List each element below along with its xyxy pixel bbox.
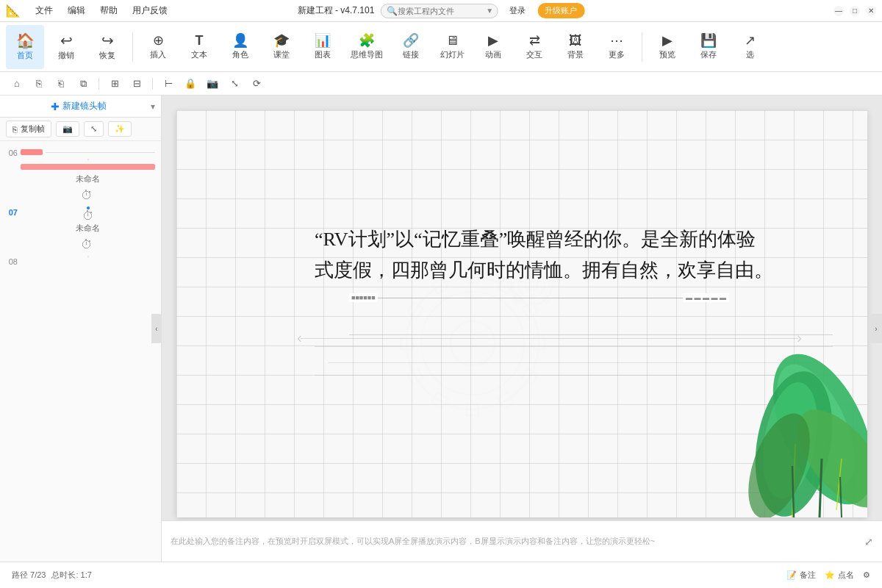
sub-btn-zoomout[interactable]: ⊟: [129, 76, 145, 92]
note-button[interactable]: 📝 备注: [786, 570, 816, 581]
sub-btn-home[interactable]: ⌂: [9, 76, 25, 92]
slides-icon: 🖥: [445, 34, 459, 47]
upgrade-button[interactable]: 升级账户: [537, 3, 584, 18]
tool-save[interactable]: 💾 保存: [689, 25, 728, 69]
tool-mindmap[interactable]: 🧩 思维导图: [345, 25, 389, 69]
minimize-button[interactable]: —: [833, 6, 844, 16]
tool-more[interactable]: ⋯ 更多: [598, 25, 636, 69]
tool-interact[interactable]: ⇄ 交互: [515, 25, 553, 69]
settings-button[interactable]: ⚙: [863, 570, 870, 580]
insert-icon: ⊕: [153, 34, 164, 47]
panel-header: ✚ 新建镜头帧 ▾: [0, 96, 161, 118]
plant-decoration: [706, 282, 867, 517]
slide-06-time-indicator: [21, 149, 43, 155]
svg-point-32: [526, 279, 537, 290]
search-box[interactable]: 🔍 ▼: [380, 4, 498, 18]
login-button[interactable]: 登录: [503, 4, 531, 18]
sub-btn-screenshot[interactable]: 📷: [204, 76, 220, 92]
more-icon: ⋯: [610, 34, 623, 47]
right-panel-collapse-button[interactable]: ›: [870, 314, 882, 343]
copy-frame-button[interactable]: ⎘ 复制帧: [6, 121, 51, 137]
magic-button[interactable]: ✨: [108, 121, 132, 137]
notes-placeholder[interactable]: 在此处输入您的备注内容，在预览时开启双屏模式，可以实现A屏全屏播放演示内容，B屏…: [171, 536, 858, 547]
new-frame-button[interactable]: ✚ 新建镜头帧: [6, 100, 151, 112]
magic-icon: ✨: [115, 124, 125, 134]
tool-class[interactable]: 🎓 课堂: [262, 25, 301, 69]
tool-undo[interactable]: ↩ 撤销: [47, 25, 85, 69]
note-icon: 📝: [786, 570, 797, 580]
path-label: 路径 7/23: [12, 570, 46, 581]
menu-edit[interactable]: 编辑: [65, 3, 88, 18]
save-label: 保存: [700, 49, 717, 60]
settings-icon: ⚙: [863, 570, 870, 580]
sub-btn-paste[interactable]: ⎗: [53, 76, 69, 92]
slide-num-08: 08: [6, 257, 18, 266]
tool-background[interactable]: 🖼 背景: [556, 25, 595, 69]
search-dropdown-icon[interactable]: ▼: [486, 7, 493, 15]
animation-icon: ▶: [488, 34, 498, 47]
interact-label: 交互: [526, 49, 542, 60]
menu-bar: 文件 编辑 帮助 用户反馈: [32, 3, 171, 18]
slide-07-spacer: ⏱: [0, 237, 161, 253]
plus-icon: ✚: [51, 101, 60, 112]
slide-item-06[interactable]: 06 每年之前，忘记过力量！ 这里是一些示例文字内容，展示幻灯片预览效果: [0, 144, 161, 187]
sub-sep-1: [98, 78, 99, 90]
canvas-wrapper[interactable]: “RV计划”以“记忆重叠”唤醒曾经的你。是全新的体验 式度假，四那曾几何时的情恤…: [176, 110, 867, 517]
capture-button[interactable]: 📷: [56, 121, 79, 137]
panel-collapse-icon[interactable]: ▾: [151, 101, 155, 112]
tool-home[interactable]: 🏠 首页: [6, 25, 44, 69]
sub-btn-lock[interactable]: 🔒: [182, 76, 198, 92]
slide-06-bottom-bar: [21, 164, 155, 170]
tool-character[interactable]: 👤 角色: [221, 25, 259, 69]
search-input[interactable]: [398, 7, 486, 15]
tool-animation[interactable]: ▶ 动画: [474, 25, 512, 69]
sub-btn-rotate[interactable]: ⟳: [248, 76, 265, 92]
character-label: 角色: [232, 49, 248, 60]
home-icon: 🏠: [16, 33, 35, 48]
class-label: 课堂: [273, 49, 290, 60]
note-label: 备注: [800, 570, 816, 581]
mindmap-icon: 🧩: [359, 34, 375, 47]
gear-decoration: [370, 240, 576, 448]
slide-thumb-07[interactable]: "RV计划"以"记忆重叠" 唤醒曾经的你。是全新的体 验式度假，回那曾几何时的 …: [87, 207, 90, 209]
save-icon: 💾: [700, 34, 717, 47]
slide-thumb-06[interactable]: 每年之前，忘记过力量！ 这里是一些示例文字内容，展示幻灯片预览效果: [87, 159, 89, 160]
animation-label: 动画: [485, 49, 501, 60]
tool-redo[interactable]: ↪ 恢复: [88, 25, 126, 69]
menu-feedback[interactable]: 用户反馈: [129, 3, 171, 18]
slide-thumb-08[interactable]: Part __________ __________ __________: [87, 256, 89, 257]
left-panel-collapse-button[interactable]: ‹: [151, 314, 162, 343]
slide-num-06: 06: [6, 148, 18, 157]
star-button[interactable]: ⭐ 点名: [825, 570, 854, 581]
slide-canvas[interactable]: “RV计划”以“记忆重叠”唤醒曾经的你。是全新的体验 式度假，四那曾几何时的情恤…: [176, 110, 867, 517]
fit-button[interactable]: ⤡: [84, 121, 104, 137]
window-controls: — □ ✕: [833, 6, 876, 16]
redo-icon: ↪: [101, 33, 114, 48]
slide-name-06: 未命名: [76, 173, 100, 184]
menu-file[interactable]: 文件: [32, 3, 56, 18]
menu-help[interactable]: 帮助: [97, 3, 121, 18]
tool-chart[interactable]: 📊 图表: [304, 25, 342, 69]
sub-btn-duplicate[interactable]: ⧉: [75, 76, 91, 92]
toolbar-divider-1: [132, 32, 133, 62]
sub-btn-align[interactable]: ⊢: [160, 76, 176, 92]
slide-item-07[interactable]: 07 "RV计划"以"记忆重叠" 唤醒曾经的你。是全新的体 验式度假，回那曾几何…: [0, 204, 161, 237]
left-panel: ✚ 新建镜头帧 ▾ ⎘ 复制帧 📷 ⤡ ✨ 06: [0, 96, 162, 562]
sub-btn-expand[interactable]: ⤡: [226, 76, 243, 92]
notes-expand-icon[interactable]: ⤢: [864, 536, 873, 548]
star-icon: ⭐: [825, 570, 835, 580]
background-icon: 🖼: [569, 34, 582, 47]
close-button[interactable]: ✕: [866, 6, 876, 16]
home-label: 首页: [17, 50, 33, 61]
tool-link[interactable]: 🔗 链接: [392, 25, 430, 69]
sub-btn-zoomin[interactable]: ⊞: [107, 76, 123, 92]
tool-insert[interactable]: ⊕ 插入: [139, 25, 177, 69]
tool-preview[interactable]: ▶ 预览: [648, 25, 686, 69]
slide-item-08[interactable]: 08 Part __________ __________ __________: [0, 253, 161, 269]
tool-select[interactable]: ↗ 选: [731, 25, 769, 69]
slides-label: 幻灯片: [440, 49, 465, 60]
sub-btn-copy[interactable]: ⎘: [31, 76, 47, 92]
maximize-button[interactable]: □: [850, 6, 860, 16]
tool-slides[interactable]: 🖥 幻灯片: [433, 25, 471, 69]
tool-text[interactable]: T 文本: [180, 25, 218, 69]
